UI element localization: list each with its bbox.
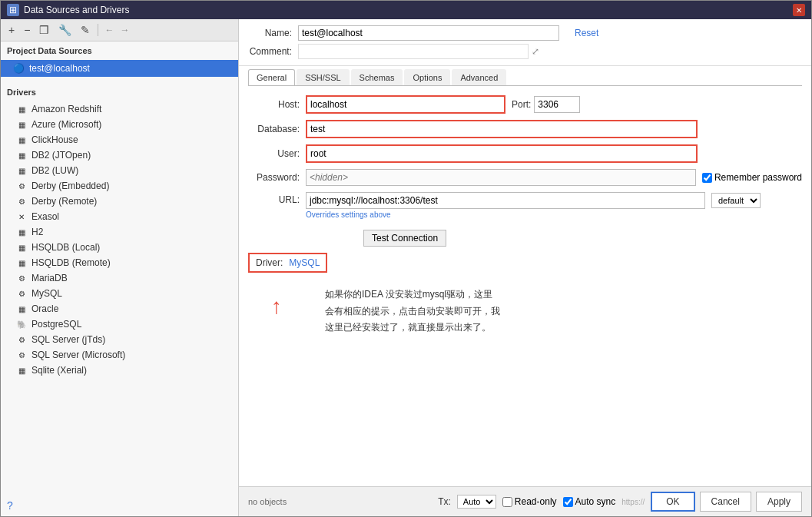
driver-item-sql-server--microsoft-[interactable]: ⚙SQL Server (Microsoft) — [1, 347, 238, 363]
help-area: ? — [1, 495, 238, 516]
bottom-bar: no objects Tx: Auto Read-only Auto sync … — [239, 486, 811, 516]
driver-item-db2--luw-[interactable]: ▦DB2 (LUW) — [1, 163, 238, 178]
help-icon[interactable]: ? — [7, 499, 13, 512]
driver-item-label: Derby (Remote) — [31, 196, 97, 207]
driver-item-label: ClickHouse — [31, 134, 78, 145]
port-input[interactable] — [534, 96, 580, 113]
driver-item-label: SQL Server (jTds) — [31, 334, 105, 345]
driver-item-label: MySQL — [31, 288, 62, 299]
window-title: Data Sources and Drivers — [24, 5, 788, 15]
driver-item-oracle[interactable]: ▦Oracle — [1, 301, 238, 316]
url-input[interactable] — [306, 192, 705, 209]
remember-password-checkbox[interactable] — [702, 173, 712, 183]
tab-options[interactable]: Options — [404, 69, 450, 85]
driver-item-label: PostgreSQL — [31, 319, 81, 330]
readonly-label: Read-only — [502, 496, 557, 507]
annotation-container: ↑ 如果你的IDEA 没安装过mysql驱动，这里 会有相应的提示，点击自动安装… — [325, 287, 802, 336]
driver-item-label: Exasol — [31, 211, 59, 222]
expand-icon[interactable]: ⤢ — [532, 46, 539, 57]
driver-item-label: Sqlite (Xerial) — [31, 365, 87, 376]
minus-button[interactable]: − — [21, 22, 33, 38]
ok-button[interactable]: OK — [651, 492, 694, 512]
no-objects-label: no objects — [248, 497, 287, 506]
tx-label: Tx: — [438, 496, 451, 507]
name-input[interactable] — [298, 25, 559, 41]
main-window: ⊞ Data Sources and Drivers ✕ + − ❒ 🔧 ✎ ←… — [0, 0, 812, 517]
back-button[interactable]: ← — [103, 23, 115, 37]
comment-input[interactable] — [298, 44, 529, 59]
test-connection-button[interactable]: Test Connection — [363, 230, 446, 247]
driver-item-sql-server--jtds-[interactable]: ⚙SQL Server (jTds) — [1, 332, 238, 347]
driver-item-db2--jtopen-[interactable]: ▦DB2 (JTOpen) — [1, 147, 238, 163]
drivers-section-title: Drivers — [1, 83, 238, 101]
project-item-label: test@localhost — [29, 63, 90, 74]
forward-button[interactable]: → — [118, 23, 131, 37]
driver-item-label: DB2 (LUW) — [31, 165, 78, 176]
tab-sshssl[interactable]: SSH/SSL — [297, 69, 349, 85]
cancel-button[interactable]: Cancel — [700, 492, 751, 512]
driver-icon: ▦ — [16, 257, 27, 268]
driver-item-label: SQL Server (Microsoft) — [31, 350, 125, 360]
drivers-list: ▦Amazon Redshift▦Azure (Microsoft)▦Click… — [1, 101, 238, 378]
titlebar: ⊞ Data Sources and Drivers ✕ — [1, 1, 811, 19]
datasource-icon: 🔵 — [13, 63, 25, 74]
database-input[interactable] — [306, 120, 698, 138]
driver-icon: ⚙ — [16, 334, 27, 345]
driver-item-hsqldb--remote-[interactable]: ▦HSQLDB (Remote) — [1, 255, 238, 270]
driver-item-h2[interactable]: ▦H2 — [1, 224, 238, 240]
driver-item-label: Oracle — [31, 303, 58, 314]
tabs-bar: GeneralSSH/SSLSchemasOptionsAdvanced — [248, 66, 802, 86]
driver-item-label: HSQLDB (Remote) — [31, 257, 111, 268]
driver-icon: ⚙ — [16, 181, 27, 191]
name-row: Name: Reset — [248, 25, 802, 41]
driver-icon: ▦ — [16, 119, 27, 130]
driver-icon: ▦ — [16, 134, 27, 145]
driver-icon: ▦ — [16, 165, 27, 176]
reset-link[interactable]: Reset — [575, 28, 598, 38]
autosync-checkbox[interactable] — [563, 497, 573, 507]
driver-item-azure--microsoft-[interactable]: ▦Azure (Microsoft) — [1, 117, 238, 132]
driver-value[interactable]: MySQL — [289, 257, 320, 268]
driver-item-clickhouse[interactable]: ▦ClickHouse — [1, 132, 238, 147]
user-input[interactable] — [306, 144, 698, 163]
edit-button[interactable]: ✎ — [78, 22, 93, 38]
settings-button[interactable]: 🔧 — [55, 22, 75, 38]
driver-icon: ▦ — [16, 227, 27, 237]
password-input[interactable] — [306, 169, 696, 186]
url-row: URL: default Overrides settings above — [248, 192, 802, 219]
watermark-text: https:// — [621, 498, 645, 506]
driver-item-sqlite--xerial-[interactable]: ▦Sqlite (Xerial) — [1, 363, 238, 378]
tab-general[interactable]: General — [248, 69, 295, 85]
driver-item-derby--remote-[interactable]: ⚙Derby (Remote) — [1, 194, 238, 209]
driver-item-mariadb[interactable]: ⚙MariaDB — [1, 270, 238, 286]
url-driver-select[interactable]: default — [711, 193, 761, 208]
driver-item-exasol[interactable]: ✕Exasol — [1, 209, 238, 224]
database-row: Database: — [248, 120, 802, 138]
add-button[interactable]: + — [5, 22, 18, 38]
toolbar-separator — [98, 24, 98, 36]
bottom-right-controls: Tx: Auto Read-only Auto sync https:// O — [438, 492, 802, 512]
driver-label: Driver: — [256, 257, 283, 268]
tab-advanced[interactable]: Advanced — [452, 69, 506, 85]
driver-item-derby--embedded-[interactable]: ⚙Derby (Embedded) — [1, 178, 238, 194]
tab-schemas[interactable]: Schemas — [351, 69, 403, 85]
tx-select[interactable]: Auto — [457, 495, 496, 509]
host-input[interactable] — [306, 95, 505, 114]
driver-item-hsqldb--local-[interactable]: ▦HSQLDB (Local) — [1, 240, 238, 255]
annotation-arrow: ↑ — [271, 294, 282, 319]
driver-item-label: Azure (Microsoft) — [31, 119, 101, 130]
driver-item-mysql[interactable]: ⚙MySQL — [1, 286, 238, 301]
project-item-test-localhost[interactable]: 🔵 test@localhost — [1, 60, 238, 77]
readonly-checkbox[interactable] — [502, 497, 512, 507]
host-row: Host: Port: — [248, 95, 802, 114]
password-label: Password: — [248, 172, 306, 183]
database-label: Database: — [248, 124, 306, 134]
driver-item-label: H2 — [31, 227, 43, 237]
close-button[interactable]: ✕ — [793, 4, 805, 16]
apply-button[interactable]: Apply — [756, 492, 802, 512]
url-label: URL: — [248, 194, 306, 205]
driver-item-postgresql[interactable]: 🐘PostgreSQL — [1, 316, 238, 332]
driver-item-amazon-redshift[interactable]: ▦Amazon Redshift — [1, 101, 238, 117]
copy-button[interactable]: ❒ — [36, 22, 52, 38]
test-connection-area: Test Connection — [306, 225, 802, 247]
